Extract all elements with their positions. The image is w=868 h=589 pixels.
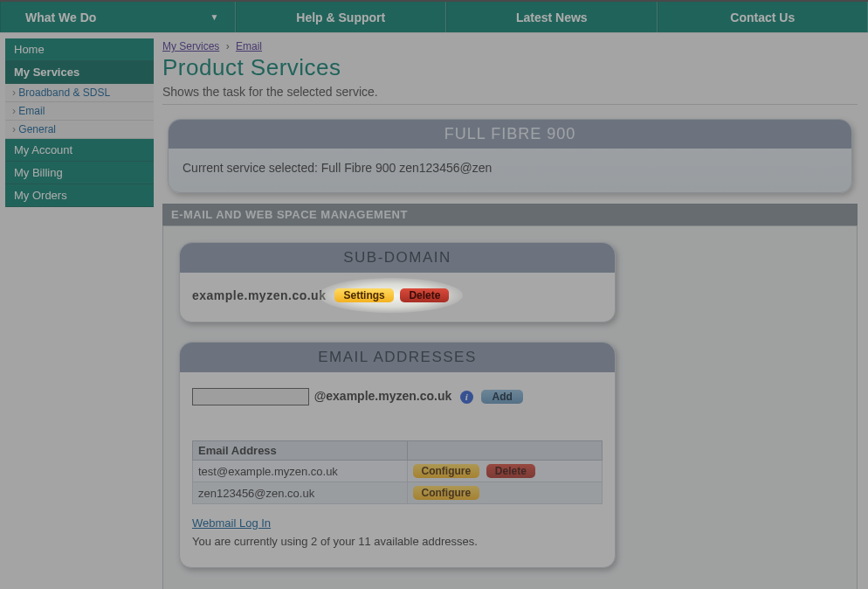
subdomain-actions: Settings Delete: [334, 288, 452, 302]
chevron-down-icon: ▼: [210, 12, 219, 22]
email-card: EMAIL ADDRESSES @example.myzen.co.uk i A…: [179, 342, 616, 568]
configure-button[interactable]: Configure: [413, 464, 480, 478]
breadcrumb-sep: ›: [223, 40, 233, 52]
subdomain-card-title: SUB-DOMAIN: [180, 243, 615, 273]
nav-what-we-do[interactable]: What We Do ▼: [0, 2, 236, 32]
page-description: Shows the task for the selected service.: [162, 85, 858, 105]
new-email-input[interactable]: [192, 388, 309, 405]
add-email-button[interactable]: Add: [481, 390, 522, 404]
main-content: My Services › Email Product Services Sho…: [154, 33, 868, 589]
sidebar-item-my-services[interactable]: My Services: [5, 61, 154, 84]
sidebar-sub-email[interactable]: Email: [5, 102, 154, 121]
nav-news-label: Latest News: [516, 10, 588, 24]
nav-help-label: Help & Support: [296, 10, 385, 24]
service-selected-line: Current service selected: Full Fibre 900…: [169, 149, 851, 192]
info-icon[interactable]: i: [460, 391, 473, 404]
nav-latest-news[interactable]: Latest News: [446, 2, 658, 32]
sidebar-item-home[interactable]: Home: [5, 38, 154, 61]
sidebar-sub-broadband[interactable]: Broadband & SDSL: [5, 84, 154, 102]
nav-what-we-do-label: What We Do: [25, 10, 96, 24]
breadcrumb-email[interactable]: Email: [236, 40, 262, 52]
table-row: zen123456@zen.co.uk Configure: [193, 482, 603, 504]
nav-contact-us[interactable]: Contact Us: [658, 2, 869, 32]
top-nav: What We Do ▼ Help & Support Latest News …: [0, 0, 868, 33]
email-col-header: Email Address: [193, 441, 408, 461]
email-usage-text: You are currently using 2 of your 11 ava…: [192, 535, 603, 548]
email-actions-header: [407, 441, 602, 461]
subdomain-delete-button[interactable]: Delete: [400, 288, 449, 302]
sidebar-item-my-orders[interactable]: My Orders: [5, 184, 154, 207]
configure-button[interactable]: Configure: [413, 486, 480, 500]
breadcrumb: My Services › Email: [162, 40, 858, 52]
webmail-login-link[interactable]: Webmail Log In: [192, 516, 271, 530]
sidebar-item-my-account[interactable]: My Account: [5, 139, 154, 162]
email-cell: zen123456@zen.co.uk: [193, 482, 408, 504]
email-domain-suffix: @example.myzen.co.uk: [314, 389, 452, 403]
management-panel-title: E-MAIL AND WEB SPACE MANAGEMENT: [162, 204, 858, 225]
sidebar-sub-general[interactable]: General: [5, 121, 154, 139]
delete-button[interactable]: Delete: [486, 464, 535, 478]
subdomain-domain: example.myzen.co.uk: [192, 288, 326, 302]
email-cell: test@example.myzen.co.uk: [193, 461, 408, 482]
breadcrumb-my-services[interactable]: My Services: [162, 40, 219, 52]
page-title: Product Services: [162, 54, 858, 81]
service-name: FULL FIBRE 900: [169, 120, 851, 149]
management-panel: SUB-DOMAIN example.myzen.co.uk Settings …: [162, 225, 858, 589]
email-address-table: Email Address test@example.myzen.co.uk C…: [192, 440, 603, 504]
email-card-title: EMAIL ADDRESSES: [180, 343, 615, 372]
nav-help-support[interactable]: Help & Support: [236, 2, 447, 32]
sidebar: Home My Services Broadband & SDSL Email …: [5, 38, 154, 207]
add-email-row: @example.myzen.co.uk i Add: [192, 388, 603, 405]
subdomain-settings-button[interactable]: Settings: [334, 288, 393, 302]
nav-contact-label: Contact Us: [730, 10, 795, 24]
subdomain-card: SUB-DOMAIN example.myzen.co.uk Settings …: [179, 242, 616, 322]
service-box: FULL FIBRE 900 Current service selected:…: [168, 119, 852, 193]
sidebar-item-my-billing[interactable]: My Billing: [5, 162, 154, 184]
table-row: test@example.myzen.co.uk Configure Delet…: [193, 461, 603, 482]
